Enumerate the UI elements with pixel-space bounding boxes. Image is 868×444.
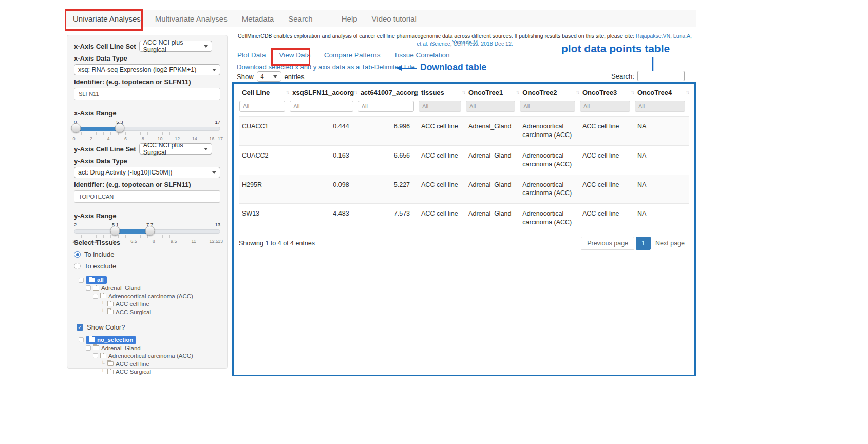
col-header-tissues[interactable]: tissues↑↓ bbox=[418, 84, 465, 100]
page-1-button[interactable]: 1 bbox=[636, 237, 651, 250]
tree-node-no-selection[interactable]: no_selection bbox=[79, 336, 220, 344]
tab-view-data[interactable]: View Data bbox=[279, 51, 311, 59]
col-header-act[interactable]: act641007_accorg↑↓ bbox=[357, 84, 418, 100]
tissues-include-radio[interactable]: To include bbox=[74, 250, 220, 258]
collapse-icon[interactable] bbox=[79, 278, 84, 283]
chevron-down-icon bbox=[212, 171, 216, 174]
tab-compare-patterns[interactable]: Compare Patterns bbox=[324, 51, 381, 59]
tissue-tree-color: no_selection Adrenal_Gland Adrenocortica… bbox=[74, 336, 220, 376]
col-header-oncotree3[interactable]: OncoTree3↑↓ bbox=[579, 84, 634, 100]
tree-leaf-acc-cell-line[interactable]: └ ACC cell line bbox=[100, 300, 220, 308]
x-data-type-label: x-Axis Data Type bbox=[74, 54, 220, 62]
x-cell-line-set-select[interactable]: ACC NCI plus Surgical bbox=[139, 41, 212, 52]
col-header-oncotree2[interactable]: OncoTree2↑↓ bbox=[519, 84, 579, 100]
y-slider-grid bbox=[74, 235, 220, 238]
tissues-exclude-radio[interactable]: To exclude bbox=[74, 262, 220, 270]
col-header-oncotree4[interactable]: OncoTree4↑↓ bbox=[634, 84, 689, 100]
show-color-label: Show Color? bbox=[87, 323, 125, 331]
y-identifier-label: Identifier: (e.g. topotecan or SLFN11) bbox=[74, 181, 220, 188]
col-header-cell-line[interactable]: Cell Line↑↓ bbox=[239, 84, 289, 100]
folder-icon bbox=[100, 294, 106, 298]
tree-leaf-acc-surgical[interactable]: └ ACC Surgical bbox=[100, 368, 220, 376]
entries-summary: Showing 1 to 4 of 4 entries bbox=[239, 240, 315, 247]
act-cell: 6.996 bbox=[357, 117, 418, 146]
collapse-icon[interactable] bbox=[93, 353, 98, 358]
oncotree2-cell: Adrenocortical carcinoma (ACC) bbox=[519, 175, 579, 204]
col-header-oncotree1[interactable]: OncoTree1↑↓ bbox=[465, 84, 519, 100]
download-tab-delimited-link[interactable]: Download selected x and y axis data as a… bbox=[237, 63, 415, 71]
tree-node-acc[interactable]: Adrenocortical carcinoma (ACC) bbox=[93, 292, 220, 300]
tab-tissue-correlation[interactable]: Tissue Correlation bbox=[393, 51, 449, 59]
oncotree3-cell: ACC cell line bbox=[579, 117, 634, 146]
filter-input-act[interactable] bbox=[358, 101, 414, 112]
checkbox-checked-icon bbox=[77, 324, 83, 331]
sort-icon: ↑↓ bbox=[516, 89, 519, 95]
page-length-value: 4 bbox=[261, 73, 264, 80]
cell-line-cell: H295R bbox=[239, 175, 289, 204]
tree-node-acc[interactable]: Adrenocortical carcinoma (ACC) bbox=[93, 352, 220, 360]
x-range-max-value: 17 bbox=[215, 119, 220, 125]
tick-label: 0 bbox=[72, 136, 75, 141]
tree-leaf-acc-surgical[interactable]: └ ACC Surgical bbox=[100, 308, 220, 316]
x-data-type-select[interactable]: xsq: RNA-seq Expression (log2 FPKM+1) bbox=[74, 64, 220, 75]
nav-help[interactable]: Help bbox=[334, 14, 365, 23]
collapse-icon[interactable] bbox=[86, 345, 91, 351]
col-header-xsq[interactable]: xsqSLFN11_accorg↑↓ bbox=[289, 84, 357, 100]
y-cell-line-set-select[interactable]: ACC NCI plus Surgical bbox=[139, 143, 212, 155]
oncotree4-cell: NA bbox=[634, 175, 689, 204]
tree-connector-icon: └ bbox=[100, 369, 105, 375]
select-tissues-section: Select Tissues To include To exclude all… bbox=[74, 239, 220, 376]
x-slider-handle-to[interactable] bbox=[115, 123, 124, 133]
page-length-select[interactable]: 4 bbox=[257, 71, 281, 82]
y-range-label: y-Axis Range bbox=[74, 212, 220, 220]
act-cell: 6.656 bbox=[357, 145, 418, 175]
tissues-cell: ACC cell line bbox=[418, 204, 465, 233]
y-identifier-input[interactable] bbox=[74, 190, 220, 203]
tree-node-all[interactable]: all bbox=[79, 276, 220, 284]
oncotree2-cell: Adrenocortical carcinoma (ACC) bbox=[519, 204, 579, 233]
nav-metadata[interactable]: Metadata bbox=[235, 14, 281, 23]
chevron-down-icon bbox=[273, 75, 277, 78]
show-color-checkbox[interactable]: Show Color? bbox=[77, 323, 220, 331]
x-identifier-input[interactable] bbox=[74, 88, 220, 100]
nav-univariate-analyses[interactable]: Univariate Analyses bbox=[66, 14, 148, 23]
folder-icon bbox=[89, 278, 95, 282]
previous-page-button[interactable]: Previous page bbox=[581, 237, 634, 250]
tree-leaf-acc-cell-line[interactable]: └ ACC cell line bbox=[100, 360, 220, 368]
tree-node-label: all bbox=[97, 277, 104, 283]
top-navbar: Univariate Analyses Multivariate Analyse… bbox=[66, 10, 696, 27]
table-search-input[interactable] bbox=[637, 71, 685, 81]
folder-icon bbox=[107, 302, 114, 306]
y-slider-handle-to[interactable] bbox=[145, 226, 155, 236]
nav-search[interactable]: Search bbox=[281, 14, 320, 23]
collapse-icon[interactable] bbox=[86, 285, 91, 291]
nav-multivariate-analyses[interactable]: Multivariate Analyses bbox=[148, 14, 235, 23]
collapse-icon[interactable] bbox=[79, 337, 84, 342]
filter-input-xsq[interactable] bbox=[290, 101, 353, 112]
chevron-down-icon bbox=[204, 148, 208, 150]
table-row: SW13 4.483 7.573 ACC cell line Adrenal_G… bbox=[239, 204, 689, 233]
tick-label: 16 bbox=[209, 136, 214, 141]
tree-node-label: ACC cell line bbox=[116, 361, 149, 367]
table-search-control: Search: bbox=[611, 71, 685, 81]
sort-icon: ↑↓ bbox=[631, 89, 634, 95]
x-slider-handle-from[interactable] bbox=[71, 123, 81, 133]
tree-node-adrenal-gland[interactable]: Adrenal_Gland bbox=[86, 284, 220, 293]
y-range-min-value: 2 bbox=[74, 222, 77, 227]
oncotree3-cell: ACC cell line bbox=[579, 145, 634, 175]
pagination: Previous page 1 Next page bbox=[581, 237, 689, 250]
download-arrow-icon bbox=[394, 65, 418, 72]
show-label: Show bbox=[237, 73, 254, 81]
folder-icon bbox=[107, 310, 114, 314]
tree-node-label: ACC Surgical bbox=[116, 369, 151, 375]
tree-node-label: ACC Surgical bbox=[116, 309, 151, 315]
next-page-button[interactable]: Next page bbox=[651, 237, 689, 249]
nav-video-tutorial[interactable]: Video tutorial bbox=[365, 14, 424, 23]
y-data-type-select[interactable]: act: Drug Activity (-log10[IC50M]) bbox=[74, 167, 220, 178]
tick-label: 10 bbox=[158, 136, 163, 141]
collapse-icon[interactable] bbox=[93, 294, 98, 299]
tree-node-adrenal-gland[interactable]: Adrenal_Gland bbox=[86, 344, 220, 352]
tab-plot-data[interactable]: Plot Data bbox=[237, 51, 266, 59]
y-slider-handle-from[interactable] bbox=[110, 226, 120, 236]
filter-input-cell-line[interactable] bbox=[239, 101, 285, 112]
